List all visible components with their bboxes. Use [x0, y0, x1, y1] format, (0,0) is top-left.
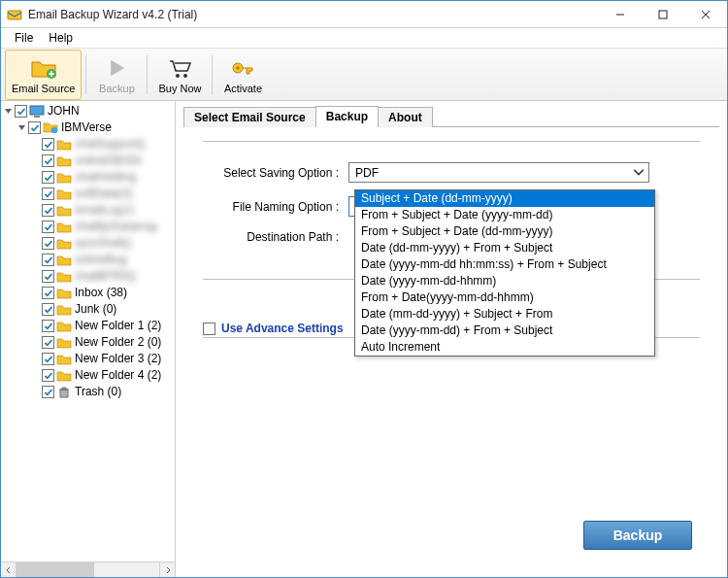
file-naming-dropdown[interactable]: Subject + Date (dd-mm-yyyy)From + Subjec…: [354, 189, 655, 357]
scroll-left-icon[interactable]: [1, 562, 17, 577]
tree-row[interactable]: softData(3): [1, 186, 175, 202]
tree-row[interactable]: New Folder 1 (2): [1, 318, 175, 334]
tree-row[interactable]: New Folder 3 (2): [1, 351, 175, 367]
dropdown-option[interactable]: Date (yyyy-mm-dd hh:mm:ss) + From + Subj…: [355, 256, 654, 273]
tree-label: New Folder 2 (0): [75, 334, 161, 351]
tree-checkbox[interactable]: [42, 369, 54, 382]
tree-checkbox[interactable]: [42, 171, 54, 184]
tree-label: syncDraft(): [75, 235, 132, 252]
dropdown-option[interactable]: Date (yyyy-mm-dd) + From + Subject: [355, 323, 654, 339]
tree-label: chatHolding: [75, 169, 136, 186]
advance-settings-checkbox[interactable]: [203, 323, 215, 335]
menu-file[interactable]: File: [7, 29, 41, 47]
tree-label: chatBFRD(): [75, 268, 136, 285]
tree-row[interactable]: New Folder 4 (2): [1, 367, 175, 384]
folder-icon: [56, 386, 72, 399]
tab-select-email-source[interactable]: Select Email Source: [183, 107, 316, 127]
tree-checkbox[interactable]: [42, 237, 54, 250]
folder-tree[interactable]: JOHNIBMVersechatSupport()onlineDB32bchat…: [1, 101, 175, 561]
tree-row[interactable]: chatBySubarray: [1, 219, 175, 235]
folder-icon: [56, 353, 72, 366]
minimize-button[interactable]: [599, 1, 642, 28]
saving-option-select[interactable]: PDF: [348, 162, 649, 183]
tree-checkbox[interactable]: [28, 121, 41, 134]
tree-label: New Folder 4 (2): [75, 367, 161, 384]
toolbar-buy-now[interactable]: Buy Now: [151, 50, 208, 100]
toolbar-backup[interactable]: Backup: [90, 50, 143, 100]
titlebar: Email Backup Wizard v4.2 (Trial): [1, 1, 727, 28]
tree-label: softData(3): [75, 186, 132, 202]
tree-checkbox[interactable]: [15, 105, 27, 118]
tree-checkbox[interactable]: [42, 303, 54, 316]
divider: [203, 141, 700, 143]
tree-checkbox[interactable]: [42, 187, 54, 200]
tree-label: emailLog11: [75, 202, 135, 219]
menu-help[interactable]: Help: [41, 29, 81, 47]
toolbar-email-source[interactable]: Email Source: [5, 50, 82, 100]
tab-backup[interactable]: Backup: [315, 106, 379, 127]
tree-checkbox[interactable]: [42, 204, 54, 217]
scroll-thumb[interactable]: [17, 562, 94, 577]
tree-row[interactable]: chatSupport(): [1, 136, 175, 153]
tree-row[interactable]: emailLog11: [1, 202, 175, 219]
tree-twisty[interactable]: [17, 122, 27, 133]
tree-checkbox[interactable]: [42, 138, 54, 151]
tree-label: Inbox (38): [75, 285, 127, 301]
tree-row[interactable]: onlineDB32b: [1, 153, 175, 169]
toolbar-activate[interactable]: Activate: [216, 50, 269, 100]
tab-about[interactable]: About: [378, 107, 433, 127]
tree-row[interactable]: syncDraft(): [1, 235, 175, 252]
tree-row[interactable]: JOHN: [1, 103, 175, 119]
folder-icon: [56, 369, 72, 383]
tree-row[interactable]: Trash (0): [1, 384, 175, 400]
dropdown-option[interactable]: From + Subject + Date (yyyy-mm-dd): [355, 207, 654, 223]
maximize-button[interactable]: [642, 1, 684, 28]
tree-checkbox[interactable]: [42, 270, 54, 283]
folder-plus-icon: [30, 54, 57, 82]
tree-checkbox[interactable]: [42, 287, 54, 299]
folder-icon: [56, 287, 72, 300]
tree-label: New Folder 1 (2): [75, 318, 161, 334]
tree-label: chatBySubarray: [75, 219, 157, 235]
scroll-right-icon[interactable]: [159, 562, 175, 577]
dropdown-option[interactable]: From + Date(yyyy-mm-dd-hhmm): [355, 289, 654, 306]
svg-rect-10: [30, 106, 44, 115]
dropdown-option[interactable]: Date (mm-dd-yyyy) + Subject + From: [355, 306, 654, 323]
dropdown-option[interactable]: Date (dd-mm-yyyy) + From + Subject: [355, 240, 654, 256]
folder-icon: [56, 221, 72, 234]
tree-row[interactable]: onlineBug: [1, 252, 175, 268]
advance-settings-label: Use Advance Settings: [221, 322, 344, 335]
tree-row[interactable]: Junk (0): [1, 301, 175, 318]
scroll-track[interactable]: [17, 562, 159, 577]
folder-icon: [56, 171, 72, 185]
tree-checkbox[interactable]: [42, 154, 54, 167]
destination-path-label: Destination Path :: [203, 230, 348, 244]
key-icon: [229, 54, 256, 82]
dropdown-option[interactable]: Date (yyyy-mm-dd-hhmm): [355, 273, 654, 289]
tree-twisty[interactable]: [3, 106, 14, 117]
folder-icon: [56, 204, 72, 218]
svg-point-6: [176, 74, 180, 78]
tree-checkbox[interactable]: [42, 386, 54, 398]
tree-checkbox[interactable]: [42, 320, 54, 332]
tree-checkbox[interactable]: [42, 254, 54, 266]
saving-option-label: Select Saving Option :: [203, 166, 348, 180]
play-icon: [103, 54, 130, 82]
toolbar-label: Activate: [224, 83, 262, 94]
sidebar: JOHNIBMVersechatSupport()onlineDB32bchat…: [1, 101, 176, 577]
tree-checkbox[interactable]: [42, 353, 54, 365]
dropdown-option[interactable]: Auto Increment: [355, 339, 654, 356]
close-button[interactable]: [684, 1, 727, 28]
horizontal-scrollbar[interactable]: [1, 561, 175, 577]
tree-checkbox[interactable]: [42, 221, 54, 233]
tree-row[interactable]: chatBFRD(): [1, 268, 175, 285]
tree-row[interactable]: New Folder 2 (0): [1, 334, 175, 351]
tree-row[interactable]: Inbox (38): [1, 285, 175, 301]
tree-label: Junk (0): [75, 301, 116, 318]
tree-row[interactable]: IBMVerse: [1, 119, 175, 136]
tree-row[interactable]: chatHolding: [1, 169, 175, 186]
backup-button[interactable]: Backup: [583, 521, 692, 550]
tree-checkbox[interactable]: [42, 336, 54, 349]
dropdown-option[interactable]: Subject + Date (dd-mm-yyyy): [355, 190, 654, 207]
dropdown-option[interactable]: From + Subject + Date (dd-mm-yyyy): [355, 223, 654, 240]
